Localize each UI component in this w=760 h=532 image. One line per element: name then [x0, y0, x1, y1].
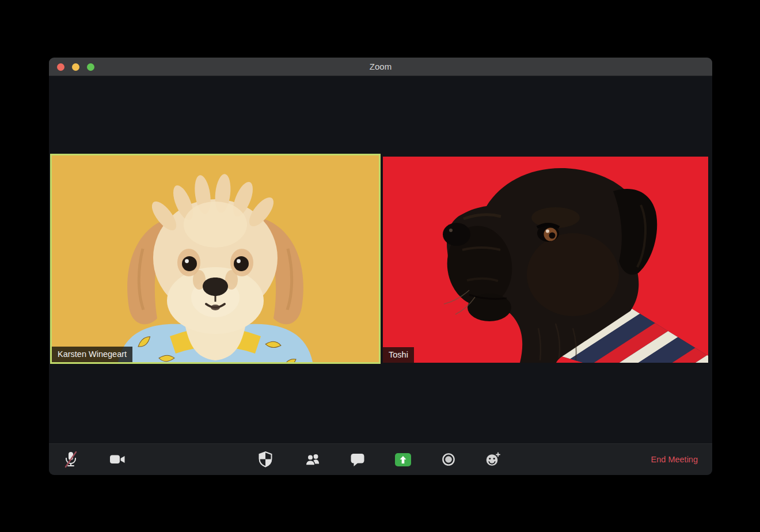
video-tile-toshi[interactable]: Toshi [383, 157, 708, 363]
window-title: Zoom [49, 58, 712, 76]
participant-name-label: Toshi [383, 347, 414, 363]
zoom-app-window: Zoom [49, 58, 712, 475]
chat-bubble-icon [348, 450, 367, 469]
record-circle-icon [439, 450, 458, 469]
video-tile-karsten[interactable]: Karsten Winegeart [50, 154, 381, 364]
start-video-button[interactable] [105, 447, 130, 472]
security-button[interactable] [253, 447, 278, 472]
video-camera-icon [108, 450, 127, 469]
smiley-plus-icon [484, 450, 502, 469]
puppy-video-frame [52, 155, 379, 362]
record-button[interactable] [436, 447, 461, 472]
chat-button[interactable] [345, 447, 370, 472]
microphone-muted-icon [62, 450, 80, 469]
reactions-button[interactable] [481, 447, 505, 472]
participant-name-label: Karsten Winegeart [52, 347, 132, 362]
end-meeting-button[interactable]: End Meeting [651, 455, 698, 464]
security-shield-icon [256, 450, 275, 469]
video-grid: Karsten Winegeart [49, 76, 712, 443]
pug-video-frame [383, 157, 708, 363]
meeting-toolbar: End Meeting [49, 443, 712, 475]
share-screen-button[interactable] [391, 447, 415, 472]
share-screen-up-arrow-icon [395, 453, 411, 466]
window-titlebar[interactable]: Zoom [49, 58, 712, 76]
mute-button[interactable] [59, 447, 83, 472]
participants-icon [304, 450, 322, 469]
participants-button[interactable] [301, 447, 325, 472]
